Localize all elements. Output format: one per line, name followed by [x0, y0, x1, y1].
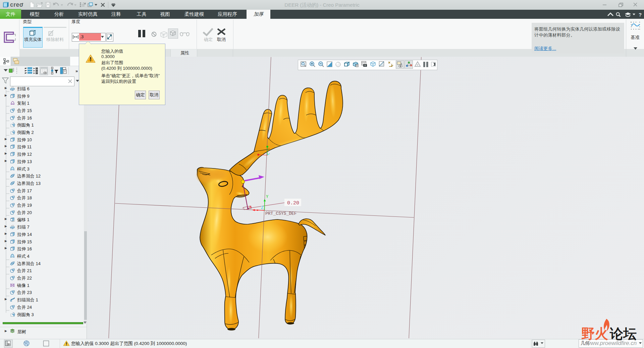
svg-text:PRT_CSYS_DEF: PRT_CSYS_DEF	[265, 211, 297, 216]
svg-text:论坛: 论坛	[609, 326, 637, 341]
svg-text:Z: Z	[261, 206, 264, 210]
svg-text:0.20: 0.20	[287, 200, 299, 206]
svg-text:Y: Y	[266, 195, 268, 199]
svg-text:野火: 野火	[581, 326, 608, 341]
svg-text:✕: ✕	[249, 205, 252, 209]
